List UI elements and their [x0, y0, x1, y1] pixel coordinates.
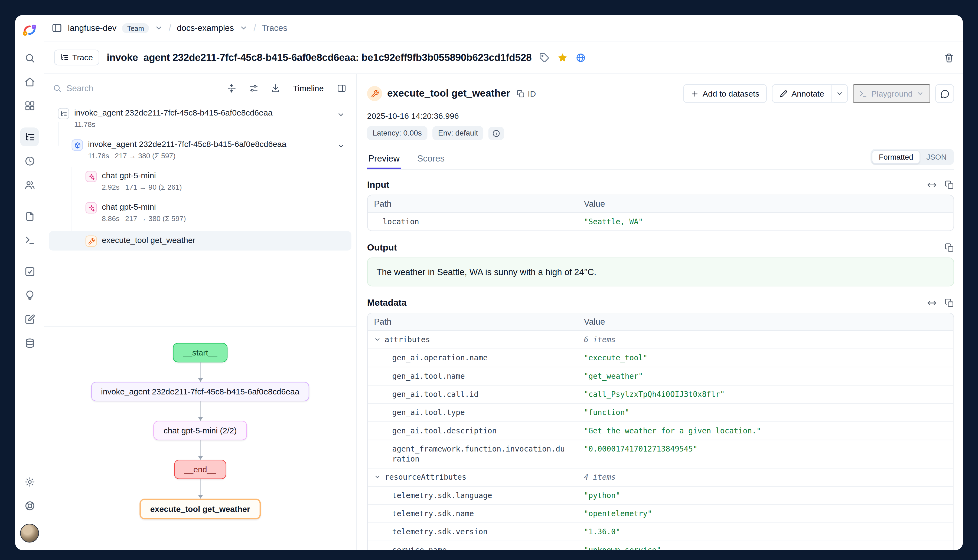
annotate-button[interactable]: Annotate	[772, 84, 832, 103]
insights-icon[interactable]	[20, 286, 39, 305]
metadata-key: gen_ai.tool.name	[368, 367, 584, 385]
metadata-key: telemetry.sdk.name	[368, 505, 584, 522]
sidebar-toggle-icon[interactable]	[52, 23, 62, 33]
bookmark-star-icon[interactable]	[557, 52, 568, 63]
tab-scores[interactable]: Scores	[416, 153, 446, 169]
breadcrumb-separator: /	[253, 23, 256, 33]
table-row-group[interactable]: resourceAttributes 4 items	[368, 468, 953, 486]
datasets-icon[interactable]	[20, 333, 39, 353]
collapse-chevron-icon[interactable]	[337, 142, 345, 150]
user-avatar[interactable]	[20, 524, 39, 543]
metadata-table: Path Value attributes 6 items gen_ai.ope…	[367, 313, 954, 550]
chevron-down-icon[interactable]	[374, 473, 381, 480]
support-icon[interactable]	[20, 496, 39, 515]
collapse-all-icon[interactable]	[224, 80, 239, 95]
prompts-icon[interactable]	[20, 207, 39, 226]
collapse-panel-icon[interactable]	[334, 80, 349, 95]
public-globe-icon[interactable]	[576, 52, 586, 62]
graph-node-start[interactable]: __start__	[173, 343, 227, 362]
sessions-icon[interactable]	[20, 151, 39, 170]
tab-preview[interactable]: Preview	[367, 153, 401, 169]
tag-icon[interactable]	[539, 52, 549, 62]
download-icon[interactable]	[268, 80, 283, 95]
detail-scroll-area[interactable]: Input Path Value	[367, 180, 954, 550]
input-heading: Input	[367, 180, 390, 190]
expand-icon[interactable]	[927, 298, 936, 307]
breadcrumb: langfuse-dev Team / docs-examples / Trac…	[44, 15, 963, 42]
add-to-datasets-button[interactable]: Add to datasets	[683, 84, 767, 103]
trace-icon	[58, 108, 69, 119]
agent-span-icon	[72, 139, 83, 151]
input-value: "Seattle, WA"	[584, 213, 953, 230]
home-icon[interactable]	[20, 72, 39, 91]
format-formatted[interactable]: Formatted	[872, 150, 920, 164]
tree-row-tool-selected[interactable]: execute_tool get_weather	[49, 231, 351, 250]
metadata-heading: Metadata	[367, 298, 407, 308]
metadata-key: telemetry.sdk.version	[368, 523, 584, 541]
project-name[interactable]: docs-examples	[177, 23, 234, 33]
copy-icon[interactable]	[945, 298, 954, 307]
collapse-chevron-icon[interactable]	[337, 111, 345, 119]
format-json[interactable]: JSON	[920, 150, 953, 164]
playground-icon[interactable]	[20, 230, 39, 250]
tree-row-label: execute_tool get_weather	[102, 235, 196, 246]
playground-button[interactable]: Playground	[853, 84, 930, 103]
copy-id-button[interactable]: ID	[517, 89, 536, 98]
table-row: telemetry.sdk.version "1.36.0"	[368, 522, 953, 540]
graph-edge	[198, 362, 203, 382]
annotate-dropdown-button[interactable]	[832, 84, 848, 103]
copy-icon[interactable]	[945, 180, 954, 189]
tree-row-tokens: 171 → 90 (Σ 261)	[125, 183, 182, 191]
breadcrumb-separator: /	[169, 23, 171, 33]
dashboard-icon[interactable]	[20, 96, 39, 115]
expand-icon[interactable]	[927, 180, 936, 189]
search-input[interactable]	[66, 83, 217, 93]
tree-row-tokens: 217 → 380 (Σ 597)	[125, 215, 186, 222]
tree-row-generation-1[interactable]: chat gpt-5-mini 2.92s 171 → 90 (Σ 261)	[49, 168, 351, 197]
output-heading: Output	[367, 242, 397, 252]
table-row: gen_ai.tool.type "function"	[368, 403, 953, 421]
tree-row-duration: 8.86s	[102, 215, 119, 222]
graph-node-chat[interactable]: chat gpt-5-mini (2/2)	[154, 421, 247, 440]
desktop-background: langfuse-dev Team / docs-examples / Trac…	[0, 0, 978, 560]
search-icon[interactable]	[20, 48, 39, 67]
tree-row-trace-root[interactable]: invoke_agent 232de211-7fcf-45c8-b415-6af…	[49, 105, 351, 135]
comments-button[interactable]	[935, 84, 954, 103]
evaluations-icon[interactable]	[20, 262, 39, 281]
tree-search[interactable]	[53, 83, 217, 93]
metadata-key: gen_ai.tool.call.id	[368, 385, 584, 403]
timeline-toggle[interactable]: Timeline	[290, 82, 327, 95]
users-icon[interactable]	[20, 175, 39, 194]
graph-node-end[interactable]: __end__	[174, 460, 226, 479]
tree-settings-icon[interactable]	[246, 80, 261, 95]
list-tree-icon	[60, 53, 69, 62]
column-header-path: Path	[368, 195, 584, 212]
org-plan-badge: Team	[122, 23, 149, 33]
delete-trace-icon[interactable]	[944, 52, 954, 62]
group-item-count: 6 items	[584, 331, 953, 348]
copy-icon[interactable]	[945, 243, 954, 252]
graph-node-agent[interactable]: invoke_agent 232de211-7fcf-45c8-b415-6af…	[91, 382, 309, 401]
input-key: location	[368, 213, 584, 230]
breadcrumb-page[interactable]: Traces	[262, 23, 287, 33]
tree-row-generation-2[interactable]: chat gpt-5-mini 8.86s 217 → 380 (Σ 597)	[49, 200, 351, 228]
table-row: telemetry.sdk.language "python"	[368, 486, 953, 504]
tree-row-label: chat gpt-5-mini	[102, 170, 182, 182]
annotate-button-group: Annotate	[772, 84, 848, 103]
graph-node-tool-selected[interactable]: execute_tool get_weather	[139, 498, 261, 519]
table-row-group[interactable]: attributes 6 items	[368, 331, 953, 348]
org-name[interactable]: langfuse-dev	[68, 23, 116, 33]
tree-row-agent-span[interactable]: invoke_agent 232de211-7fcf-45c8-b415-6af…	[49, 137, 351, 166]
chevron-down-icon[interactable]	[374, 336, 381, 343]
project-switcher-chevron-icon[interactable]	[240, 24, 248, 32]
annotations-icon[interactable]	[20, 310, 39, 328]
info-badge[interactable]	[489, 127, 505, 140]
agent-graph: __start__ invoke_agent 232de211-7fcf-45c…	[44, 326, 356, 550]
org-switcher-chevron-icon[interactable]	[155, 24, 163, 32]
settings-icon[interactable]	[20, 472, 39, 491]
traces-icon[interactable]	[20, 127, 39, 147]
column-header-value: Value	[584, 195, 953, 212]
metadata-key: telemetry.sdk.language	[368, 487, 584, 504]
tool-icon	[85, 235, 97, 247]
metadata-key: service.name	[368, 541, 584, 550]
